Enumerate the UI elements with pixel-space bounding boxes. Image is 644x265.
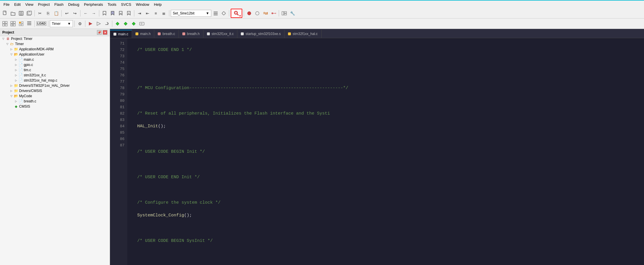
bookmark3-button[interactable] — [117, 10, 124, 17]
menu-view[interactable]: View — [23, 1, 36, 8]
tree-item-breath-c[interactable]: ▷ 📄 breath.c — [0, 99, 110, 104]
tree-item-gpio-c[interactable]: ▷ 📄 gpio.c — [0, 62, 110, 67]
tree-item-app-user[interactable]: ▽ 📂 Application/User — [0, 52, 110, 57]
expander-tim-c: ▷ — [14, 68, 18, 72]
bookmark2-button[interactable] — [109, 10, 116, 17]
svg-rect-32 — [3, 21, 5, 23]
tab-breath-c[interactable]: breath.c — [154, 30, 179, 38]
format2-button[interactable]: ≣ — [160, 10, 168, 17]
event-recorder-button[interactable] — [138, 20, 146, 27]
sep-t2-2 — [48, 21, 48, 27]
redo-button[interactable]: ↪ — [71, 10, 79, 17]
tree-item-app-mdk[interactable]: ▷ 📁 Application/MDK-ARM — [0, 47, 110, 52]
target-dropdown[interactable]: Set_Sine12bit ▼ — [171, 10, 211, 17]
open-file-button[interactable] — [9, 10, 17, 17]
tree-item-drivers-cmsis[interactable]: ▷ 📁 Drivers/CMSIS — [0, 88, 110, 93]
svg-rect-33 — [5, 21, 7, 23]
search-button[interactable]: ▼ — [231, 9, 242, 18]
tab-bar: main.c main.h breath.c breath.h stm32f1x… — [110, 29, 644, 38]
menu-help[interactable]: Help — [152, 1, 164, 8]
sidebar-pin-button[interactable]: 📌 — [97, 30, 102, 35]
svg-point-26 — [271, 12, 273, 14]
code-area[interactable]: 71 72 73 74 75 76 77 78 79 80 81 82 83 8… — [110, 38, 644, 265]
tab-label-startup: startup_stm32f103xe.s — [245, 32, 280, 36]
menu-flash[interactable]: Flash — [52, 1, 66, 8]
menu-file[interactable]: File — [1, 1, 12, 8]
start-stop-debug[interactable] — [87, 20, 94, 27]
tab-main-h[interactable]: main.h — [132, 30, 154, 38]
menu-peripherals[interactable]: Peripherals — [82, 1, 105, 8]
menu-edit[interactable]: Edit — [12, 1, 23, 8]
copy-button[interactable]: ⎘ — [44, 10, 52, 17]
save-all-button[interactable] — [25, 10, 33, 17]
svg-rect-40 — [19, 22, 21, 23]
tab-stm32f1xx-it[interactable]: stm32f1xx_it.c — [203, 30, 238, 38]
menu-debug[interactable]: Debug — [66, 1, 82, 8]
tree-item-tim-c[interactable]: ▷ 📄 tim.c — [0, 67, 110, 73]
sep-t2-3 — [74, 21, 75, 27]
cut-button[interactable]: ✂ — [36, 10, 44, 17]
sidebar-header: Project 📌 ✕ — [0, 29, 110, 36]
tree-item-cmsis[interactable]: ◆ CMSIS — [0, 104, 110, 109]
tree-item-drivers-hal[interactable]: ▷ 📁 Drivers/STM32F1xx_HAL_Driver — [0, 83, 110, 88]
svg-rect-53 — [140, 22, 144, 25]
format1-button[interactable]: ≡ — [152, 10, 159, 17]
build-link-button[interactable] — [262, 10, 269, 17]
build-toolbar-button[interactable] — [1, 20, 9, 27]
batch-build-button[interactable] — [25, 20, 33, 27]
indent-button[interactable]: ⇥ — [136, 10, 143, 17]
stm32-it-file-icon: 📄 — [18, 73, 23, 77]
code-content[interactable]: /* USER CODE END 1 */ /* MCU Configurati… — [127, 38, 644, 265]
project-dropdown[interactable]: Timer ▼ — [50, 20, 73, 27]
tree-label-cmsis: CMSIS — [19, 104, 30, 108]
bookmark4-button[interactable] — [125, 10, 133, 17]
component3-button[interactable] — [130, 20, 137, 27]
sidebar-close-button[interactable]: ✕ — [103, 30, 107, 35]
svg-rect-3 — [20, 13, 22, 15]
code-line-76: /* Reset of all peripherals, Initializes… — [132, 111, 639, 117]
tree-item-main-c[interactable]: ▷ 📄 main.c — [0, 57, 110, 62]
rebuild-button[interactable] — [9, 20, 17, 27]
menu-bar: File Edit View Project Flash Debug Perip… — [0, 0, 644, 8]
bookmark1-button[interactable] — [101, 10, 108, 17]
new-file-button[interactable] — [1, 10, 9, 17]
menu-window[interactable]: Window — [133, 1, 151, 8]
back-button[interactable]: ← — [82, 10, 89, 17]
component1-button[interactable] — [114, 20, 121, 27]
tab-icon-stm32f1xx-hal — [288, 32, 291, 35]
clean-button[interactable] — [17, 20, 25, 27]
undo-button[interactable]: ↩ — [63, 10, 71, 17]
tree-item-timer[interactable]: ▽ 🗁 Timer — [0, 41, 110, 47]
manage-targets-button[interactable] — [220, 10, 227, 17]
tree-item-mycode[interactable]: ▽ 📂 MyCode — [0, 93, 110, 99]
target-options-button[interactable] — [212, 10, 219, 17]
tab-stm32f1xx-hal[interactable]: stm32f1xx_hal.c — [285, 30, 322, 38]
svg-point-23 — [235, 12, 236, 13]
paste-button[interactable]: 📋 — [52, 10, 60, 17]
tree-item-stm32-hal-msp[interactable]: ▷ 📄 stm32f1xx_hal_msp.c — [0, 78, 110, 83]
debug-config-button[interactable] — [270, 10, 277, 17]
tab-breath-h[interactable]: breath.h — [179, 30, 203, 38]
build-stop-button[interactable] — [245, 10, 253, 17]
tab-startup[interactable]: startup_stm32f103xe.s — [237, 30, 284, 38]
component2-button[interactable] — [122, 20, 129, 27]
tree-item-project-root[interactable]: ▽ 🖥 Project: Timer — [0, 36, 110, 41]
tree-item-stm32-it[interactable]: ▷ 📄 stm32f1xx_it.c — [0, 73, 110, 78]
layout-button[interactable] — [280, 10, 288, 17]
code-line-72 — [132, 60, 639, 66]
menu-tools[interactable]: Tools — [105, 1, 119, 8]
line-num-80: 80 — [110, 98, 127, 104]
unindent-button[interactable]: ⇤ — [144, 10, 151, 17]
save-button[interactable] — [17, 10, 25, 17]
menu-project[interactable]: Project — [36, 1, 52, 8]
target-settings-button[interactable]: ⚙ — [76, 20, 84, 27]
step-over-button[interactable] — [103, 20, 111, 27]
run-debug-button[interactable] — [95, 20, 102, 27]
tree-label-mycode: MyCode — [19, 94, 32, 98]
build-run-button[interactable] — [254, 10, 261, 17]
load-button[interactable]: LOAD — [36, 20, 47, 27]
tools-button[interactable]: 🔧 — [289, 10, 296, 17]
forward-button[interactable]: → — [90, 10, 98, 17]
tab-main-c[interactable]: main.c — [110, 30, 132, 38]
menu-svcs[interactable]: SVCS — [119, 1, 133, 8]
